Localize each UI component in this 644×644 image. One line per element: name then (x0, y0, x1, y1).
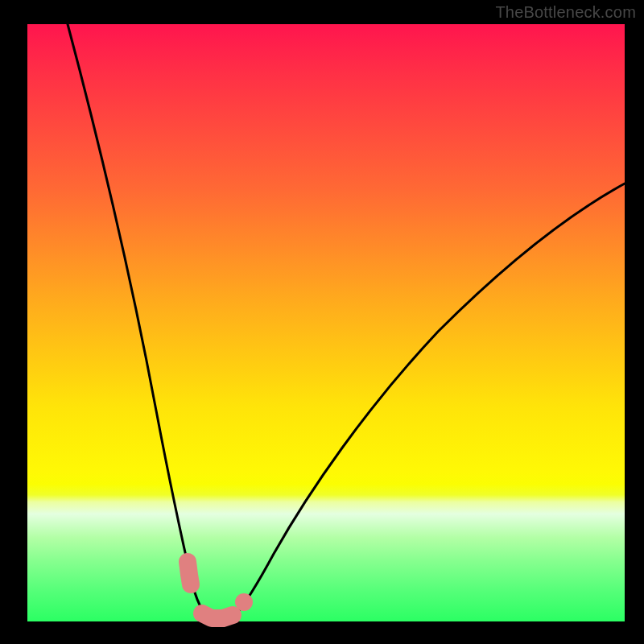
watermark-text: TheBottleneck.com (495, 3, 636, 22)
plot-area (27, 24, 625, 621)
chart-frame: TheBottleneck.com (0, 0, 644, 644)
marker-left-cluster (188, 562, 191, 584)
curve-left-branch (68, 24, 219, 621)
marker-bottom-cluster (202, 613, 233, 618)
marker-right-dot (235, 593, 253, 611)
chart-svg (27, 24, 625, 621)
curve-right-branch (229, 184, 625, 621)
